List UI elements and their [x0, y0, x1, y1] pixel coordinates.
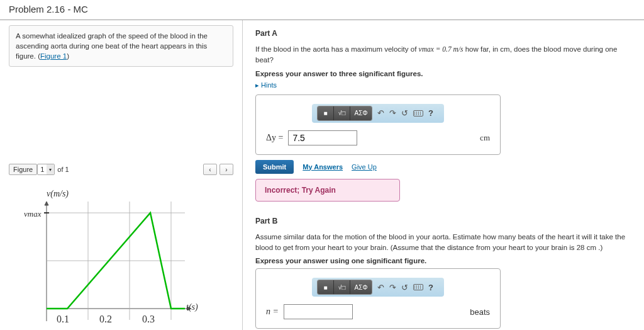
chart-svg — [34, 195, 197, 330]
figure-header: Figure 1 ▾ of 1 ‹ › — [9, 164, 233, 175]
part-b-header: Part B — [255, 217, 635, 225]
spinner-value: 1 — [38, 166, 47, 173]
spinner-up-down-icon[interactable]: ▾ — [47, 164, 54, 174]
tool-radical-icon[interactable]: √□ — [334, 280, 350, 294]
left-panel: A somewhat idealized graph of the speed … — [0, 20, 242, 330]
part-a-header: Part A — [255, 29, 635, 38]
tool-radical-icon[interactable]: √□ — [334, 106, 350, 120]
x-ticks: 0.1 0.2 0.3 — [57, 314, 155, 325]
reset-icon[interactable]: ↺ — [401, 108, 408, 118]
svg-marker-3 — [45, 202, 48, 205]
tool-greek-icon[interactable]: ΑΣΦ — [350, 106, 372, 120]
part-b-question: Assume similar data for the motion of th… — [255, 232, 635, 254]
part-b-unit: beats — [470, 307, 490, 317]
part-a-instruction: Express your answer to three significant… — [255, 70, 635, 77]
undo-icon[interactable]: ↶ — [377, 108, 384, 118]
my-answers-link[interactable]: My Answers — [303, 163, 343, 171]
part-a-question: If the blood in the aorta has a maximum … — [255, 44, 635, 66]
part-a-answer-box: ■ √□ ΑΣΦ ↶ ↷ ↺ ? Δy = cm — [255, 94, 501, 155]
problem-title: Problem 2.16 - MC — [9, 4, 635, 14]
reset-icon[interactable]: ↺ — [401, 283, 408, 292]
x-tick: 0.3 — [142, 314, 155, 325]
undo-icon[interactable]: ↶ — [377, 283, 384, 292]
figure-canvas: v(m/s) vmax t(s) 0.1 0.2 0.3 — [9, 183, 223, 330]
figure-link[interactable]: Figure 1 — [40, 52, 67, 60]
keyboard-icon[interactable] — [413, 110, 423, 117]
part-a-submit-button[interactable]: Submit — [255, 160, 294, 174]
equation-toolbar: ■ √□ ΑΣΦ ↶ ↷ ↺ ? — [312, 104, 444, 123]
eq-label-deltay: Δy = — [266, 133, 283, 143]
problem-description: A somewhat idealized graph of the speed … — [9, 25, 233, 67]
figure-next-button[interactable]: › — [219, 164, 233, 175]
tool-template-icon[interactable]: ■ — [318, 106, 334, 120]
help-icon[interactable]: ? — [428, 108, 433, 118]
feedback-message: Incorrect; Try Again — [255, 179, 400, 202]
part-b-answer-input[interactable] — [284, 304, 353, 319]
eq-label-n: n = — [266, 307, 279, 317]
redo-icon[interactable]: ↷ — [389, 283, 396, 292]
part-b-instruction: Express your answer using one significan… — [255, 257, 635, 265]
figure-tab-label: Figure — [9, 164, 37, 175]
redo-icon[interactable]: ↷ — [389, 108, 396, 118]
desc-text-post: ) — [67, 52, 69, 60]
figure-spinner[interactable]: 1 ▾ — [37, 164, 55, 175]
part-b-answer-box: ■ √□ ΑΣΦ ↶ ↷ ↺ ? n = beats — [255, 268, 501, 329]
give-up-link[interactable]: Give Up — [352, 163, 377, 171]
right-panel: Part A If the blood in the aorta has a m… — [242, 20, 644, 330]
figure-prev-button[interactable]: ‹ — [203, 164, 217, 175]
tool-template-icon[interactable]: ■ — [318, 280, 334, 294]
x-axis-label: t(s) — [186, 302, 198, 312]
figure-count: of 1 — [57, 166, 69, 173]
keyboard-icon[interactable] — [413, 284, 423, 290]
tool-greek-icon[interactable]: ΑΣΦ — [350, 280, 372, 294]
equation-toolbar-b: ■ √□ ΑΣΦ ↶ ↷ ↺ ? — [312, 278, 444, 297]
help-icon[interactable]: ? — [428, 283, 433, 292]
part-a-unit: cm — [480, 133, 490, 143]
part-a-answer-input[interactable] — [288, 130, 357, 145]
x-tick: 0.2 — [99, 314, 112, 325]
x-tick: 0.1 — [57, 314, 69, 325]
hints-toggle[interactable]: Hints — [255, 81, 635, 89]
